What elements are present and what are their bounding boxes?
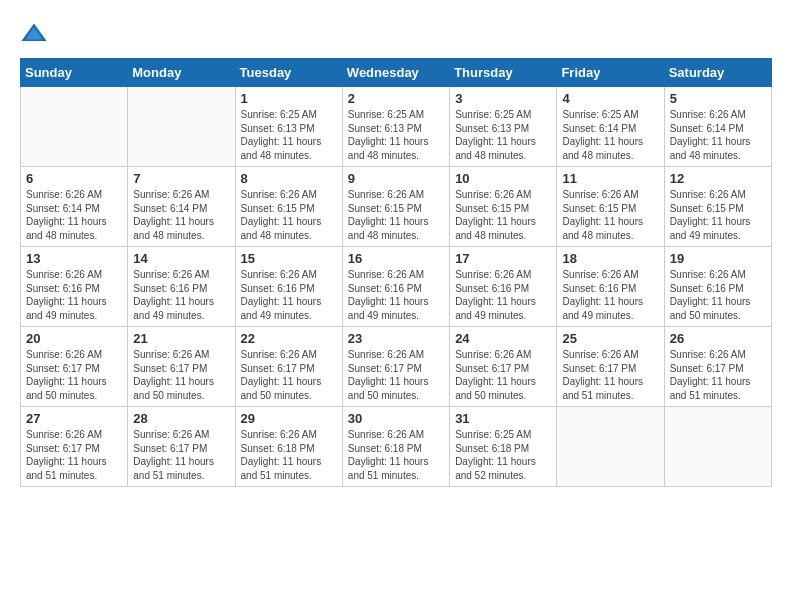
day-number: 18: [562, 251, 658, 266]
day-info: Sunrise: 6:25 AM Sunset: 6:18 PM Dayligh…: [455, 428, 551, 482]
day-info: Sunrise: 6:26 AM Sunset: 6:18 PM Dayligh…: [348, 428, 444, 482]
day-of-week-header: Wednesday: [342, 59, 449, 87]
day-number: 23: [348, 331, 444, 346]
calendar-day-cell: [557, 407, 664, 487]
calendar-day-cell: 3Sunrise: 6:25 AM Sunset: 6:13 PM Daylig…: [450, 87, 557, 167]
day-info: Sunrise: 6:26 AM Sunset: 6:15 PM Dayligh…: [241, 188, 337, 242]
day-number: 3: [455, 91, 551, 106]
calendar-day-cell: 25Sunrise: 6:26 AM Sunset: 6:17 PM Dayli…: [557, 327, 664, 407]
calendar-day-cell: 7Sunrise: 6:26 AM Sunset: 6:14 PM Daylig…: [128, 167, 235, 247]
calendar-day-cell: 4Sunrise: 6:25 AM Sunset: 6:14 PM Daylig…: [557, 87, 664, 167]
day-info: Sunrise: 6:26 AM Sunset: 6:16 PM Dayligh…: [348, 268, 444, 322]
day-info: Sunrise: 6:26 AM Sunset: 6:16 PM Dayligh…: [133, 268, 229, 322]
calendar-day-cell: 10Sunrise: 6:26 AM Sunset: 6:15 PM Dayli…: [450, 167, 557, 247]
calendar-day-cell: 1Sunrise: 6:25 AM Sunset: 6:13 PM Daylig…: [235, 87, 342, 167]
day-info: Sunrise: 6:26 AM Sunset: 6:16 PM Dayligh…: [455, 268, 551, 322]
day-info: Sunrise: 6:26 AM Sunset: 6:17 PM Dayligh…: [455, 348, 551, 402]
day-info: Sunrise: 6:26 AM Sunset: 6:17 PM Dayligh…: [562, 348, 658, 402]
day-info: Sunrise: 6:26 AM Sunset: 6:16 PM Dayligh…: [26, 268, 122, 322]
day-number: 25: [562, 331, 658, 346]
day-of-week-header: Tuesday: [235, 59, 342, 87]
day-info: Sunrise: 6:25 AM Sunset: 6:13 PM Dayligh…: [241, 108, 337, 162]
day-info: Sunrise: 6:26 AM Sunset: 6:17 PM Dayligh…: [241, 348, 337, 402]
calendar-day-cell: 27Sunrise: 6:26 AM Sunset: 6:17 PM Dayli…: [21, 407, 128, 487]
day-info: Sunrise: 6:26 AM Sunset: 6:17 PM Dayligh…: [26, 428, 122, 482]
day-number: 27: [26, 411, 122, 426]
day-number: 12: [670, 171, 766, 186]
calendar-day-cell: [664, 407, 771, 487]
calendar-day-cell: 13Sunrise: 6:26 AM Sunset: 6:16 PM Dayli…: [21, 247, 128, 327]
day-info: Sunrise: 6:25 AM Sunset: 6:13 PM Dayligh…: [348, 108, 444, 162]
day-info: Sunrise: 6:26 AM Sunset: 6:18 PM Dayligh…: [241, 428, 337, 482]
calendar-week-row: 20Sunrise: 6:26 AM Sunset: 6:17 PM Dayli…: [21, 327, 772, 407]
day-info: Sunrise: 6:26 AM Sunset: 6:16 PM Dayligh…: [241, 268, 337, 322]
day-info: Sunrise: 6:26 AM Sunset: 6:17 PM Dayligh…: [133, 348, 229, 402]
day-info: Sunrise: 6:26 AM Sunset: 6:17 PM Dayligh…: [670, 348, 766, 402]
day-info: Sunrise: 6:25 AM Sunset: 6:13 PM Dayligh…: [455, 108, 551, 162]
day-number: 21: [133, 331, 229, 346]
day-of-week-header: Saturday: [664, 59, 771, 87]
day-number: 16: [348, 251, 444, 266]
day-of-week-header: Sunday: [21, 59, 128, 87]
day-number: 7: [133, 171, 229, 186]
day-info: Sunrise: 6:26 AM Sunset: 6:17 PM Dayligh…: [348, 348, 444, 402]
calendar-header-row: SundayMondayTuesdayWednesdayThursdayFrid…: [21, 59, 772, 87]
day-number: 2: [348, 91, 444, 106]
calendar-day-cell: 15Sunrise: 6:26 AM Sunset: 6:16 PM Dayli…: [235, 247, 342, 327]
calendar-day-cell: [128, 87, 235, 167]
calendar-day-cell: 16Sunrise: 6:26 AM Sunset: 6:16 PM Dayli…: [342, 247, 449, 327]
day-info: Sunrise: 6:26 AM Sunset: 6:15 PM Dayligh…: [670, 188, 766, 242]
day-number: 31: [455, 411, 551, 426]
day-info: Sunrise: 6:26 AM Sunset: 6:15 PM Dayligh…: [348, 188, 444, 242]
calendar-day-cell: 29Sunrise: 6:26 AM Sunset: 6:18 PM Dayli…: [235, 407, 342, 487]
calendar-week-row: 13Sunrise: 6:26 AM Sunset: 6:16 PM Dayli…: [21, 247, 772, 327]
day-number: 5: [670, 91, 766, 106]
calendar-week-row: 27Sunrise: 6:26 AM Sunset: 6:17 PM Dayli…: [21, 407, 772, 487]
day-info: Sunrise: 6:26 AM Sunset: 6:17 PM Dayligh…: [26, 348, 122, 402]
logo-icon: [20, 20, 48, 48]
day-info: Sunrise: 6:26 AM Sunset: 6:14 PM Dayligh…: [670, 108, 766, 162]
day-number: 29: [241, 411, 337, 426]
calendar-day-cell: 11Sunrise: 6:26 AM Sunset: 6:15 PM Dayli…: [557, 167, 664, 247]
calendar-day-cell: 26Sunrise: 6:26 AM Sunset: 6:17 PM Dayli…: [664, 327, 771, 407]
day-info: Sunrise: 6:26 AM Sunset: 6:15 PM Dayligh…: [562, 188, 658, 242]
calendar-day-cell: 30Sunrise: 6:26 AM Sunset: 6:18 PM Dayli…: [342, 407, 449, 487]
day-number: 30: [348, 411, 444, 426]
calendar-day-cell: 5Sunrise: 6:26 AM Sunset: 6:14 PM Daylig…: [664, 87, 771, 167]
day-of-week-header: Friday: [557, 59, 664, 87]
day-number: 4: [562, 91, 658, 106]
day-info: Sunrise: 6:26 AM Sunset: 6:17 PM Dayligh…: [133, 428, 229, 482]
calendar-day-cell: 31Sunrise: 6:25 AM Sunset: 6:18 PM Dayli…: [450, 407, 557, 487]
day-of-week-header: Monday: [128, 59, 235, 87]
calendar-day-cell: 9Sunrise: 6:26 AM Sunset: 6:15 PM Daylig…: [342, 167, 449, 247]
calendar-day-cell: 18Sunrise: 6:26 AM Sunset: 6:16 PM Dayli…: [557, 247, 664, 327]
day-info: Sunrise: 6:26 AM Sunset: 6:16 PM Dayligh…: [670, 268, 766, 322]
calendar-day-cell: 14Sunrise: 6:26 AM Sunset: 6:16 PM Dayli…: [128, 247, 235, 327]
calendar-day-cell: 23Sunrise: 6:26 AM Sunset: 6:17 PM Dayli…: [342, 327, 449, 407]
day-number: 8: [241, 171, 337, 186]
day-number: 17: [455, 251, 551, 266]
day-number: 19: [670, 251, 766, 266]
calendar-table: SundayMondayTuesdayWednesdayThursdayFrid…: [20, 58, 772, 487]
day-of-week-header: Thursday: [450, 59, 557, 87]
day-info: Sunrise: 6:26 AM Sunset: 6:15 PM Dayligh…: [455, 188, 551, 242]
calendar-day-cell: 2Sunrise: 6:25 AM Sunset: 6:13 PM Daylig…: [342, 87, 449, 167]
day-number: 1: [241, 91, 337, 106]
page-header: [20, 20, 772, 48]
calendar-day-cell: 8Sunrise: 6:26 AM Sunset: 6:15 PM Daylig…: [235, 167, 342, 247]
day-number: 6: [26, 171, 122, 186]
day-number: 9: [348, 171, 444, 186]
calendar-day-cell: 17Sunrise: 6:26 AM Sunset: 6:16 PM Dayli…: [450, 247, 557, 327]
day-number: 28: [133, 411, 229, 426]
calendar-week-row: 1Sunrise: 6:25 AM Sunset: 6:13 PM Daylig…: [21, 87, 772, 167]
day-number: 20: [26, 331, 122, 346]
day-number: 26: [670, 331, 766, 346]
day-info: Sunrise: 6:26 AM Sunset: 6:16 PM Dayligh…: [562, 268, 658, 322]
logo: [20, 20, 52, 48]
calendar-day-cell: 24Sunrise: 6:26 AM Sunset: 6:17 PM Dayli…: [450, 327, 557, 407]
day-number: 11: [562, 171, 658, 186]
day-info: Sunrise: 6:26 AM Sunset: 6:14 PM Dayligh…: [133, 188, 229, 242]
day-number: 22: [241, 331, 337, 346]
day-info: Sunrise: 6:26 AM Sunset: 6:14 PM Dayligh…: [26, 188, 122, 242]
calendar-day-cell: [21, 87, 128, 167]
